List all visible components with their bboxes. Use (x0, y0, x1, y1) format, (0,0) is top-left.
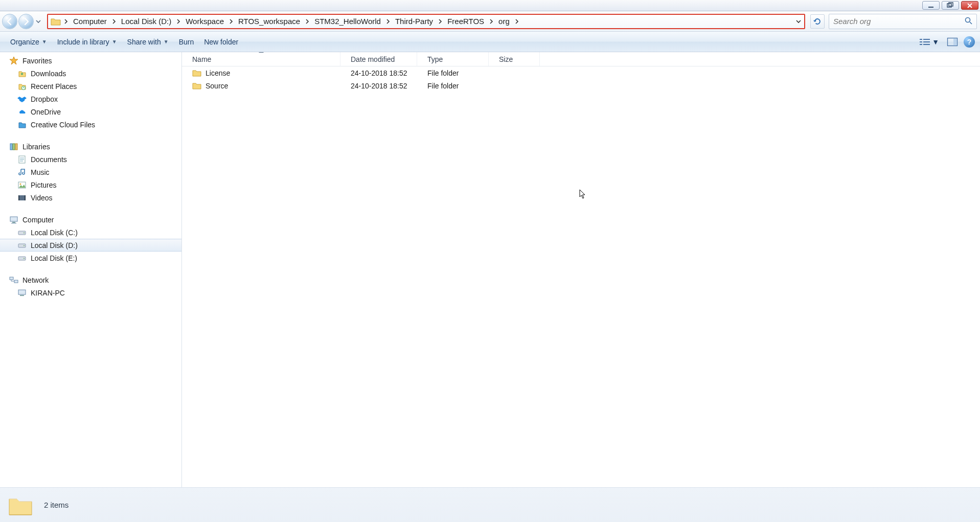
svg-rect-34 (20, 295, 24, 296)
svg-rect-33 (18, 290, 26, 294)
share-with-button[interactable]: Share with▼ (122, 35, 174, 49)
nav-item[interactable]: Local Disk (C:) (0, 226, 181, 239)
svg-rect-13 (10, 144, 12, 150)
nav-item[interactable]: KIRAN-PC (0, 286, 181, 299)
breadcrumb-segment[interactable]: Local Disk (D:) (118, 15, 175, 28)
table-row[interactable]: Source 24-10-2018 18:52 File folder (182, 79, 980, 92)
nav-item[interactable]: Pictures (0, 178, 181, 191)
breadcrumb[interactable]: ComputerLocal Disk (D:)WorkspaceRTOS_wor… (62, 15, 793, 28)
breadcrumb-segment[interactable]: Computer (70, 15, 110, 28)
nav-item[interactable]: Recent Places (0, 80, 181, 93)
chevron-right-icon[interactable] (513, 19, 520, 24)
svg-rect-2 (949, 3, 953, 6)
svg-rect-31 (10, 277, 13, 280)
column-name[interactable]: Name (182, 52, 340, 66)
nav-group-network[interactable]: Network (0, 274, 181, 286)
nav-item[interactable]: Local Disk (E:) (0, 252, 181, 264)
breadcrumb-segment[interactable]: Workspace (182, 15, 227, 28)
search-box[interactable] (829, 14, 977, 29)
item-icon (17, 193, 27, 202)
item-icon (17, 180, 27, 190)
maximize-button[interactable] (942, 1, 959, 10)
chevron-right-icon[interactable] (110, 19, 118, 24)
nav-group-favorites[interactable]: Favorites (0, 54, 181, 67)
navigation-pane[interactable]: FavoritesDownloadsRecent PlacesDropboxOn… (0, 52, 182, 487)
libraries-icon (9, 142, 18, 151)
svg-rect-7 (923, 41, 930, 42)
svg-rect-5 (923, 39, 930, 40)
forward-button[interactable] (18, 14, 34, 29)
breadcrumb-segment[interactable]: org (495, 15, 513, 28)
new-folder-button[interactable]: New folder (199, 35, 243, 49)
breadcrumb-segment[interactable]: FreeRTOS (444, 15, 488, 28)
svg-rect-14 (13, 144, 15, 150)
chevron-right-icon[interactable] (304, 19, 311, 24)
column-type[interactable]: Type (417, 52, 489, 66)
minimize-button[interactable] (922, 1, 940, 10)
svg-rect-8 (920, 44, 922, 45)
folder-icon (192, 69, 201, 78)
search-input[interactable] (833, 17, 964, 26)
file-list-pane[interactable]: Name Date modified Type Size License 24-… (182, 52, 980, 487)
chevron-right-icon[interactable] (488, 19, 495, 24)
item-icon (17, 228, 27, 237)
svg-rect-11 (953, 38, 957, 46)
column-headers[interactable]: Name Date modified Type Size (182, 52, 980, 66)
network-icon (9, 276, 18, 285)
svg-rect-24 (11, 223, 16, 223)
chevron-right-icon[interactable] (384, 19, 392, 24)
column-date[interactable]: Date modified (340, 52, 417, 66)
item-icon (17, 95, 27, 104)
svg-point-18 (20, 183, 21, 185)
chevron-right-icon[interactable] (437, 19, 444, 24)
nav-item[interactable]: Music (0, 166, 181, 178)
status-text: 2 items (44, 501, 69, 509)
svg-rect-21 (25, 195, 26, 200)
chevron-right-icon[interactable] (175, 19, 182, 24)
breadcrumb-segment[interactable]: STM32_HelloWorld (311, 15, 384, 28)
svg-point-3 (966, 18, 970, 22)
folder-icon (192, 81, 201, 90)
favorites-icon (9, 56, 18, 65)
address-bar[interactable]: ComputerLocal Disk (D:)WorkspaceRTOS_wor… (47, 14, 805, 29)
close-button[interactable] (961, 1, 978, 10)
nav-item[interactable]: OneDrive (0, 105, 181, 118)
preview-pane-button[interactable] (945, 35, 960, 49)
svg-rect-22 (10, 217, 17, 221)
navigation-bar: ComputerLocal Disk (D:)WorkspaceRTOS_wor… (0, 11, 980, 32)
folder-icon (49, 15, 62, 28)
back-button[interactable] (2, 14, 17, 29)
view-options-button[interactable]: ▼ (917, 36, 942, 48)
breadcrumb-segment[interactable]: Third-Party (392, 15, 437, 28)
svg-rect-9 (923, 44, 930, 45)
organize-button[interactable]: Organize▼ (5, 35, 52, 49)
item-icon (17, 241, 27, 250)
column-size[interactable]: Size (489, 52, 540, 66)
help-button[interactable]: ? (964, 36, 975, 48)
chevron-right-icon[interactable] (227, 19, 235, 24)
nav-item[interactable]: Dropbox (0, 93, 181, 105)
burn-button[interactable]: Burn (174, 35, 199, 49)
refresh-button[interactable] (810, 14, 825, 29)
nav-item[interactable]: Downloads (0, 67, 181, 80)
nav-item[interactable]: Local Disk (D:) (0, 239, 181, 252)
nav-item[interactable]: Creative Cloud Files (0, 118, 181, 131)
nav-group-libraries[interactable]: Libraries (0, 140, 181, 153)
item-icon (17, 69, 27, 78)
address-dropdown-button[interactable] (793, 15, 804, 28)
recent-locations-button[interactable] (35, 14, 42, 29)
nav-group-computer[interactable]: Computer (0, 213, 181, 226)
item-icon (17, 254, 27, 263)
nav-item[interactable]: Videos (0, 191, 181, 204)
include-in-library-button[interactable]: Include in library▼ (52, 35, 122, 49)
window-controls (922, 0, 980, 11)
item-icon (17, 155, 27, 164)
command-bar: Organize▼ Include in library▼ Share with… (0, 32, 980, 52)
chevron-right-icon[interactable] (62, 19, 70, 24)
breadcrumb-segment[interactable]: RTOS_workspace (235, 15, 304, 28)
nav-item[interactable]: Documents (0, 153, 181, 166)
svg-rect-6 (920, 41, 922, 42)
table-row[interactable]: License 24-10-2018 18:52 File folder (182, 66, 980, 79)
svg-rect-19 (18, 195, 26, 200)
svg-rect-23 (12, 222, 15, 223)
